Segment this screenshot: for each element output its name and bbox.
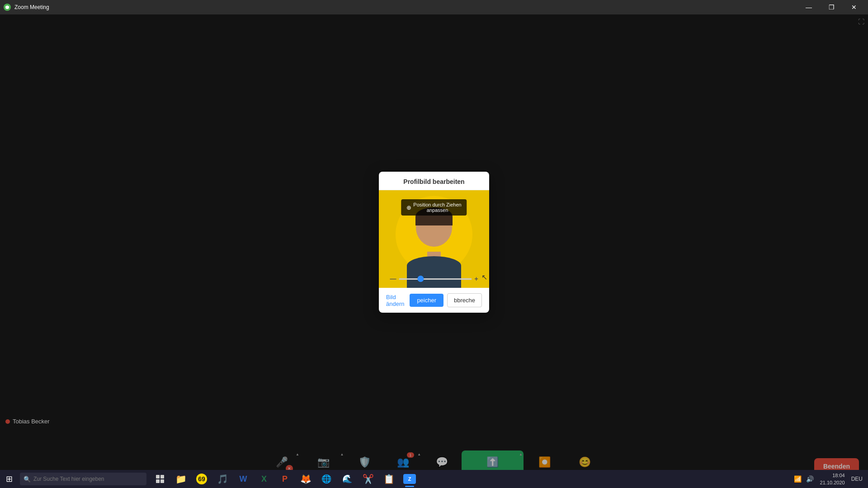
taskbar-whiteboard[interactable]: 📋 xyxy=(379,470,399,488)
network-icon: 📶 xyxy=(792,475,803,483)
profile-dialog: Profilbild bearbeiten ⊕ Position dur xyxy=(379,172,489,313)
taskbar-search[interactable]: 🔍 xyxy=(20,473,146,485)
drag-tooltip: ⊕ Position durch Ziehenanpassen xyxy=(401,199,467,216)
profile-image-area[interactable]: ⊕ Position durch Ziehenanpassen — + ↖ xyxy=(379,190,489,288)
dialog-title: Profilbild bearbeiten xyxy=(379,172,489,190)
taskbar-spotify[interactable]: 🎵 xyxy=(212,470,232,488)
window-title: Zoom Meeting xyxy=(14,4,49,10)
svg-rect-3 xyxy=(160,479,164,483)
search-icon: 🔍 xyxy=(24,476,31,483)
clock: 18:04 21.10.2020 xyxy=(816,472,849,487)
windows-taskbar: ⊞ 🔍 📁 69 🎵 W X P 🦊 🌐 🌊 ✂️ 📋 xyxy=(0,470,868,488)
zoom-thumb[interactable] xyxy=(418,276,424,282)
taskbar-word[interactable]: W xyxy=(233,470,253,488)
zoom-slider[interactable]: — + xyxy=(390,275,478,282)
title-bar-left: Zoom Meeting xyxy=(4,4,49,11)
change-image-button[interactable]: Bild ändern xyxy=(386,294,406,307)
taskbar-norton[interactable]: 69 xyxy=(192,470,212,488)
minimize-button[interactable]: — xyxy=(798,0,819,14)
zoom-shield-icon xyxy=(4,4,11,11)
title-bar: Zoom Meeting — ❐ ✕ xyxy=(0,0,868,14)
taskbar-powerpoint[interactable]: P xyxy=(275,470,295,488)
language-label: DEU xyxy=(849,476,864,482)
meeting-area: ⛶ Profilbild bearbeiten ⊕ xyxy=(0,14,868,470)
taskbar-edge[interactable]: 🌊 xyxy=(337,470,357,488)
taskbar-explorer[interactable]: 📁 xyxy=(171,470,191,488)
dialog-footer: Bild ändern peicher bbreche xyxy=(379,288,489,313)
taskbar-zoom[interactable]: Z xyxy=(400,470,420,488)
taskbar-firefox[interactable]: 🦊 xyxy=(296,470,316,488)
zoom-plus-icon[interactable]: + xyxy=(474,275,478,282)
close-button[interactable]: ✕ xyxy=(844,0,864,14)
taskbar-chrome[interactable]: 🌐 xyxy=(316,470,336,488)
cancel-button[interactable]: bbreche xyxy=(447,293,482,307)
tooltip-line1: Position durch Ziehenanpassen xyxy=(413,202,461,213)
move-icon: ⊕ xyxy=(406,204,411,211)
taskbar-snip[interactable]: ✂️ xyxy=(358,470,378,488)
volume-icon: 🔊 xyxy=(804,475,816,483)
zoom-minus-icon[interactable]: — xyxy=(390,275,396,282)
search-input[interactable] xyxy=(33,476,143,482)
zoom-track[interactable] xyxy=(399,278,472,280)
clock-time: 18:04 xyxy=(820,472,845,479)
taskbar-excel[interactable]: X xyxy=(254,470,274,488)
window-controls: — ❐ ✕ xyxy=(798,0,864,14)
taskbar-task-view[interactable] xyxy=(150,470,170,488)
svg-rect-1 xyxy=(160,475,164,479)
svg-rect-2 xyxy=(156,479,160,483)
svg-rect-0 xyxy=(156,475,160,479)
save-button[interactable]: peicher xyxy=(410,294,443,307)
taskbar-right: 📶 🔊 18:04 21.10.2020 DEU xyxy=(792,472,868,487)
clock-date: 21.10.2020 xyxy=(820,479,845,487)
taskbar-apps: 📁 69 🎵 W X P 🦊 🌐 🌊 ✂️ 📋 Z xyxy=(148,470,421,488)
dialog-overlay: Profilbild bearbeiten ⊕ Position dur xyxy=(0,14,868,470)
start-button[interactable]: ⊞ xyxy=(0,470,18,488)
restore-button[interactable]: ❐ xyxy=(821,0,842,14)
